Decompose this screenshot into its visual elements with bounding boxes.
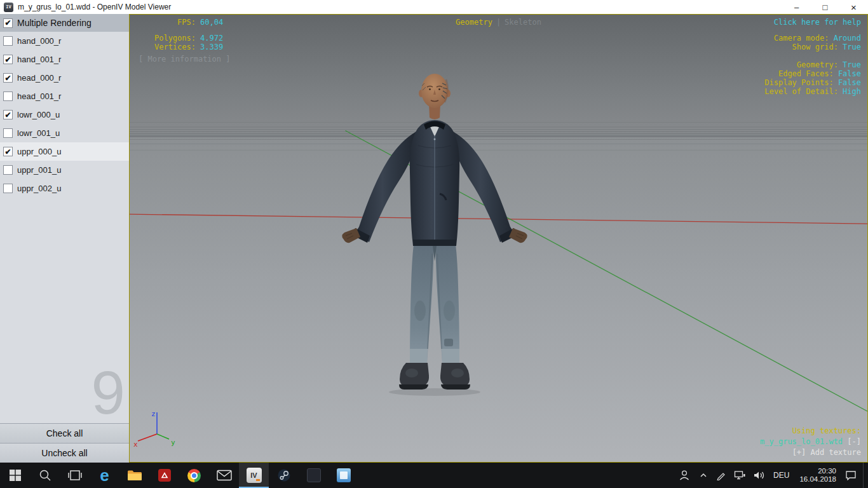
sidebar-item-uppr-002-u[interactable]: uppr_002_u [0,179,129,198]
language-indicator[interactable]: DEU [768,471,794,480]
sidebar-item-hand-000-r[interactable]: hand_000_r [0,32,129,50]
maximize-button[interactable]: □ [811,0,839,14]
multiple-rendering-toggle[interactable]: ✔ Multiple Rendering [0,14,129,32]
main-content: ✔ Multiple Rendering hand_000_r ✔ hand_0… [0,14,868,463]
people-icon [678,469,691,482]
checkbox[interactable] [3,36,13,46]
sidebar-item-head-000-r[interactable]: ✔ head_000_r [0,69,129,87]
remove-texture-button[interactable]: [-] [847,437,861,446]
system-tray: DEU 20:30 16.04.2018 [674,463,868,488]
checkbox[interactable] [3,92,13,101]
view-mode-tabs: Geometry|Skeleton [130,18,867,27]
chrome-button[interactable] [179,463,209,488]
red-app-icon [158,468,172,482]
tab-geometry[interactable]: Geometry [456,18,492,27]
pen-icon [716,470,726,480]
character-model [339,69,530,397]
row-label: uppr_002_u [17,184,61,193]
checkbox[interactable]: ✔ [3,110,13,119]
people-button[interactable] [674,463,695,488]
pen-button[interactable] [712,463,730,488]
row-label: head_000_r [17,73,61,83]
tab-skeleton[interactable]: Skeleton [505,18,541,27]
checkbox[interactable] [3,128,13,138]
openiv-app-icon: IV [4,3,13,12]
folder-icon [127,470,142,482]
red-app-button[interactable] [149,463,179,488]
checkmark: ✔ [4,19,11,27]
edged-faces-setting[interactable]: Edged Faces: False [764,69,861,78]
axis-y-label: y [171,438,175,447]
dark-app-button[interactable] [299,463,329,488]
network-button[interactable] [730,463,749,488]
windows-logo-icon [9,469,22,482]
sidebar-item-head-001-r[interactable]: head_001_r [0,87,129,105]
blue-app-button[interactable] [329,463,358,488]
volume-button[interactable] [749,463,768,488]
uncheck-all-button[interactable]: Uncheck all [0,443,129,463]
row-label: head_001_r [17,92,61,101]
checkbox[interactable]: ✔ [3,73,13,83]
using-textures-label: Using textures: [760,426,861,437]
camera-mode-setting[interactable]: Camera mode: Around [774,34,861,43]
date-text: 16.04.2018 [799,475,836,484]
checkbox[interactable]: ✔ [3,147,13,156]
minimize-button[interactable]: – [782,0,811,14]
multiple-rendering-checkbox[interactable]: ✔ [3,18,13,28]
axis-x-label: x [133,440,138,449]
dark-app-icon [307,468,321,482]
display-points-setting[interactable]: Display Points: False [764,78,861,87]
row-label: uppr_001_u [17,165,61,175]
clock[interactable]: 20:30 16.04.2018 [794,467,841,484]
show-grid-setting[interactable]: Show grid: True [774,43,861,51]
checkbox[interactable]: ✔ [3,55,13,64]
add-texture-button[interactable]: [+] Add texture [760,447,861,458]
more-information-link[interactable]: [ More information ] [139,55,231,64]
help-link[interactable]: Click here for help [774,18,861,27]
chevron-up-icon [698,470,709,480]
check-all-button[interactable]: Check all [0,423,129,443]
viewport-3d[interactable]: FPS:60,04 Polygons:4.972 Vertices:3.339 … [129,14,868,463]
sidebar-item-lowr-001-u[interactable]: lowr_001_u [0,124,129,142]
sidebar-item-uppr-000-u[interactable]: ✔ uppr_000_u [0,142,129,161]
checkbox[interactable] [3,184,13,193]
textures-panel: Using textures: m_y_grus_lo_01.wtd [-] [… [760,426,861,458]
vertices-readout: Vertices:3.339 [139,43,231,51]
grid-lines [130,15,867,462]
level-of-detail-setting[interactable]: Level of Detail: High [764,87,861,96]
task-view-button[interactable] [60,463,90,488]
hidden-icons-button[interactable] [695,463,712,488]
sidebar-item-hand-001-r[interactable]: ✔ hand_001_r [0,50,129,69]
sidebar: ✔ Multiple Rendering hand_000_r ✔ hand_0… [0,14,129,463]
show-desktop-button[interactable] [863,463,867,488]
geometry-setting[interactable]: Geometry: True [764,60,861,69]
chrome-icon [187,469,201,482]
titlebar: IV m_y_grus_lo_01.wdd - OpenIV Model Vie… [0,0,868,14]
task-view-icon [68,470,82,481]
network-icon [734,470,745,480]
search-button[interactable] [30,463,60,488]
action-center-button[interactable] [841,463,860,488]
taskbar: e IV [0,463,868,488]
sidebar-item-uppr-001-u[interactable]: uppr_001_u [0,161,129,179]
close-button[interactable]: × [839,0,868,14]
texture-file-name: m_y_grus_lo_01.wtd [760,437,843,446]
mail-button[interactable] [209,463,239,488]
time-text: 20:30 [799,467,836,476]
openiv-icon: IV [247,468,262,483]
openiv-taskbar-button[interactable]: IV [239,463,269,488]
sidebar-item-lowr-000-u[interactable]: ✔ lowr_000_u [0,105,129,124]
steam-button[interactable] [269,463,299,488]
render-settings: Geometry: True Edged Faces: False Displa… [764,60,861,96]
edge-browser-button[interactable]: e [90,463,119,488]
camera-settings: Camera mode: Around Show grid: True [774,34,861,51]
start-button[interactable] [0,463,30,488]
row-label: lowr_001_u [17,128,60,138]
model-part-list: hand_000_r ✔ hand_001_r ✔ head_000_r hea… [0,32,129,198]
window-title: m_y_grus_lo_01.wdd - OpenIV Model Viewer [18,3,171,11]
checkbox[interactable] [3,165,13,175]
polygons-readout: Polygons:4.972 [139,34,231,43]
multiple-rendering-label: Multiple Rendering [17,18,92,28]
checkmark: ✔ [4,111,11,119]
file-explorer-button[interactable] [119,463,149,488]
